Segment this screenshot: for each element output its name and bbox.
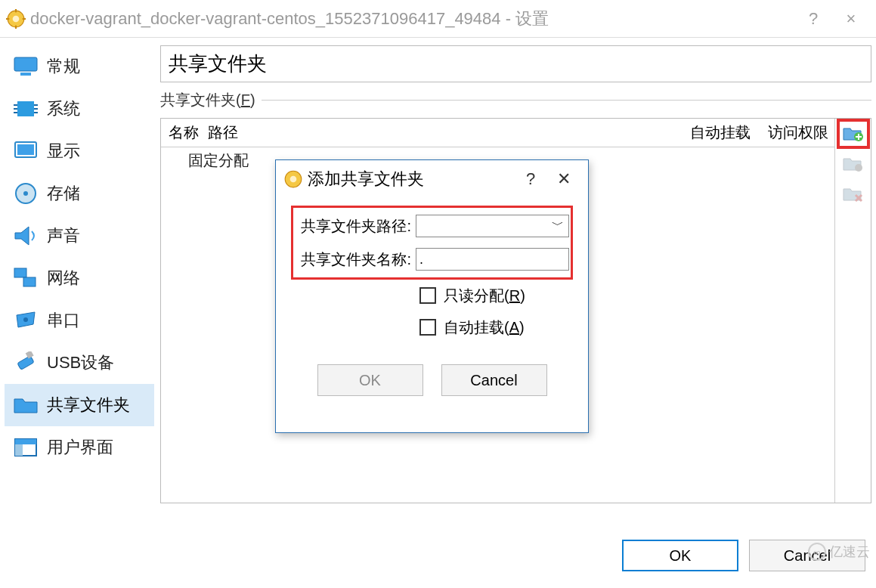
window-titlebar: docker-vagrant_docker-vagrant-centos_155… [0,0,876,38]
svg-rect-24 [17,356,34,370]
col-name: 名称 [161,122,208,143]
folder-toolbar [834,119,871,503]
sidebar-item-display[interactable]: 显示 [5,130,154,172]
svg-point-23 [23,317,28,322]
modal-close-button[interactable]: ✕ [547,169,580,189]
add-shared-folder-dialog: 添加共享文件夹 ? ✕ 共享文件夹路径: ﹀ 共享文件夹名称: [275,159,589,433]
sidebar-item-usb[interactable]: USB设备 [5,342,154,384]
svg-rect-7 [20,73,31,76]
usb-icon [11,350,41,376]
sidebar-item-shared-folders[interactable]: 共享文件夹 [5,384,154,426]
folder-remove-icon [843,185,864,203]
folder-name-row: 共享文件夹名称: [295,243,569,276]
monitor-icon [11,54,41,79]
disk-icon [11,181,41,206]
svg-rect-6 [14,57,37,71]
chip-icon [11,96,41,122]
help-button[interactable]: ? [794,9,832,29]
sidebar-item-label: 存储 [47,182,80,205]
sidebar-item-audio[interactable]: 声音 [5,215,154,257]
modal-titlebar: 添加共享文件夹 ? ✕ [276,160,588,198]
sidebar-item-label: 用户界面 [47,436,113,459]
sidebar-item-label: USB设备 [47,351,114,374]
sidebar-item-storage[interactable]: 存储 [5,172,154,215]
settings-sidebar: 常规 系统 显示 存储 声音 网络 串口 USB设备 [5,45,154,529]
col-automount: 自动挂载 [679,122,762,143]
folder-icon [11,392,41,418]
sidebar-item-serial[interactable]: 串口 [5,299,154,342]
edit-folder-button [837,149,870,179]
sidebar-item-label: 系统 [47,97,80,120]
sidebar-item-ui[interactable]: 用户界面 [5,426,154,469]
svg-point-1 [13,15,20,22]
sidebar-item-label: 串口 [47,309,80,332]
svg-marker-19 [15,227,29,245]
svg-rect-21 [23,277,36,286]
modal-cancel-button[interactable]: Cancel [441,364,547,396]
speaker-icon [11,223,41,249]
svg-rect-28 [15,444,23,456]
network-icon [11,265,41,291]
readonly-checkbox[interactable] [419,287,436,304]
watermark-text: 亿速云 [829,543,870,561]
sidebar-item-label: 声音 [47,224,80,247]
readonly-label: 只读分配(R) [444,286,525,306]
dialog-button-bar: OK Cancel [0,529,876,571]
sidebar-item-label: 网络 [47,267,80,289]
svg-rect-20 [14,268,26,277]
folder-path-combo[interactable]: ﹀ [416,215,569,237]
sidebar-item-label: 显示 [47,140,80,162]
gear-icon [283,169,303,189]
ok-button[interactable]: OK [622,540,738,571]
svg-point-32 [855,164,862,172]
svg-rect-16 [17,144,34,155]
svg-rect-8 [17,101,34,116]
serial-icon [11,308,41,333]
ui-icon [11,435,41,460]
folder-name-input[interactable] [416,248,569,271]
panel-title: 共享文件夹 [160,45,871,82]
folder-name-label: 共享文件夹名称: [295,249,416,270]
col-permission: 访问权限 [762,122,834,143]
modal-help-button[interactable]: ? [514,169,547,189]
folder-edit-icon [843,155,864,173]
sidebar-item-system[interactable]: 系统 [5,88,154,130]
automount-label: 自动挂载(A) [444,317,525,338]
sidebar-item-general[interactable]: 常规 [5,45,154,88]
window-title: docker-vagrant_docker-vagrant-centos_155… [30,8,794,30]
watermark-icon: ∞ [808,543,826,561]
modal-title: 添加共享文件夹 [308,168,514,190]
group-label: 共享文件夹(F) [160,90,871,110]
close-button[interactable]: × [832,9,870,29]
gear-icon [6,9,26,29]
folder-plus-icon [843,125,864,143]
modal-ok-button[interactable]: OK [317,364,423,396]
sidebar-item-label: 常规 [47,55,80,78]
col-path: 路径 [208,122,679,143]
add-folder-button[interactable] [837,119,870,149]
sidebar-item-network[interactable]: 网络 [5,257,154,299]
sidebar-item-label: 共享文件夹 [47,394,130,416]
automount-row[interactable]: 自动挂载(A) [291,311,573,343]
automount-checkbox[interactable] [419,319,436,336]
table-header: 名称 路径 自动挂载 访问权限 [161,119,834,147]
remove-folder-button [837,179,870,209]
chevron-down-icon: ﹀ [552,218,564,234]
modal-body: 共享文件夹路径: ﹀ 共享文件夹名称: 只读分配(R) 自动挂 [276,198,588,396]
folder-path-label: 共享文件夹路径: [295,216,416,237]
display-icon [11,138,41,164]
watermark: ∞ 亿速云 [808,543,870,561]
modal-button-row: OK Cancel [291,364,573,396]
svg-rect-27 [15,439,36,444]
svg-point-18 [23,191,28,196]
folder-path-row: 共享文件夹路径: ﹀ [295,209,569,243]
readonly-row[interactable]: 只读分配(R) [291,280,573,311]
svg-point-36 [290,176,297,183]
